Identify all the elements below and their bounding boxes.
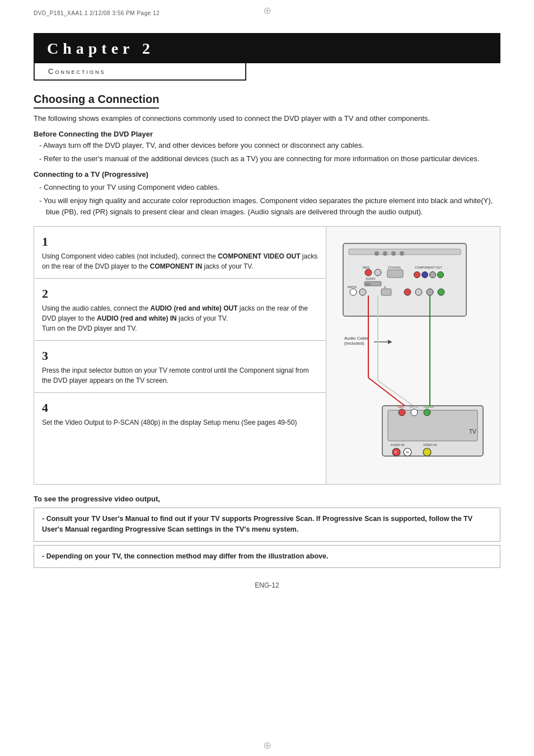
svg-text:RED: RED — [398, 405, 404, 408]
svg-marker-32 — [388, 340, 392, 344]
svg-point-27 — [427, 289, 433, 295]
svg-point-52 — [399, 409, 405, 416]
connection-diagram: RED AUDIO OUT COAXIAL COMPONENT OUT WHIT — [326, 227, 500, 484]
svg-text:TV: TV — [469, 429, 476, 435]
svg-text:Audio Cable: Audio Cable — [344, 336, 369, 341]
intro-text: The following shows examples of connecti… — [34, 113, 500, 124]
svg-text:AUDIO: AUDIO — [366, 277, 376, 280]
cross-top-mark: ⊕ — [263, 4, 271, 17]
svg-point-53 — [411, 409, 418, 416]
svg-text:W: W — [406, 450, 409, 454]
svg-point-17 — [430, 272, 436, 278]
svg-rect-24 — [381, 289, 391, 295]
tv-bullet-2: - You will enjoy high quality and accura… — [39, 195, 500, 217]
svg-text:WHITE: WHITE — [409, 405, 419, 408]
page: ⊕ ⊕ DVD_P181_XAA1.1 2/12/08 3:56 PM Page… — [0, 0, 534, 756]
step-3: 3 Press the input selector button on you… — [34, 341, 326, 393]
svg-text:R: R — [395, 450, 397, 454]
progressive-note-section: To see the progressive video output, - C… — [34, 495, 500, 568]
svg-point-8 — [374, 269, 381, 276]
svg-text:COAXIAL: COAXIAL — [388, 266, 401, 269]
svg-point-26 — [415, 289, 422, 295]
steps-list: 1 Using Component video cables (not incl… — [34, 227, 326, 484]
svg-point-5 — [400, 251, 404, 256]
before-bullet-2: - Refer to the user's manual of the addi… — [39, 153, 500, 165]
before-heading: Before Connecting the DVD Player — [34, 130, 500, 138]
svg-point-48 — [423, 448, 431, 456]
svg-line-36 — [378, 381, 413, 406]
svg-text:WHITE: WHITE — [348, 285, 357, 289]
svg-point-20 — [350, 289, 357, 295]
svg-point-54 — [424, 409, 430, 416]
svg-text:(Included): (Included) — [344, 341, 364, 346]
svg-point-21 — [359, 289, 366, 295]
svg-point-18 — [438, 272, 444, 278]
svg-point-25 — [404, 289, 411, 295]
step-1: 1 Using Component video cables (not incl… — [34, 227, 326, 279]
svg-rect-13 — [387, 270, 403, 278]
step-2-text: Using the audio cables, connect the AUDI… — [42, 303, 318, 334]
svg-rect-1 — [349, 249, 461, 255]
svg-point-15 — [414, 272, 420, 278]
cross-bottom-mark: ⊕ — [263, 739, 271, 752]
step-1-text: Using Component video cables (not includ… — [42, 251, 318, 271]
step-3-num: 3 — [42, 349, 318, 363]
step-4: 4 Set the Video Output to P-SCAN (480p) … — [34, 393, 326, 434]
svg-point-2 — [374, 251, 379, 256]
step-4-num: 4 — [42, 401, 318, 415]
before-bullet-1: - Always turn off the DVD player, TV, an… — [39, 140, 500, 151]
step-3-text: Press the input selector button on your … — [42, 365, 318, 386]
chapter-subtitle: Connections — [34, 63, 246, 81]
svg-text:RED: RED — [363, 266, 370, 269]
progressive-note-heading: To see the progressive video output, — [34, 495, 500, 503]
svg-point-3 — [383, 251, 387, 256]
tv-bullet-1: - Connecting to your TV using Component … — [39, 182, 500, 193]
connection-diagram-svg: RED AUDIO OUT COAXIAL COMPONENT OUT WHIT — [332, 232, 494, 478]
tv-heading: Connecting to a TV (Progressive) — [34, 170, 500, 179]
step-4-text: Set the Video Output to P-SCAN (480p) in… — [42, 417, 318, 428]
svg-point-4 — [391, 251, 396, 256]
svg-text:VIDEO IN: VIDEO IN — [423, 443, 437, 447]
progressive-note-2: - Depending on your TV, the connection m… — [34, 545, 500, 568]
section-title: Choosing a Connection — [34, 93, 159, 109]
note2-bold: - Depending on your TV, the connection m… — [42, 552, 328, 560]
progressive-note-1: - Consult your TV User's Manual to find … — [34, 508, 500, 542]
note1-bold: - Consult your TV User's Manual to find … — [42, 515, 472, 533]
svg-text:V: V — [384, 285, 386, 289]
chapter-title: Chapter 2 — [34, 33, 500, 63]
svg-point-16 — [422, 272, 428, 278]
page-number: ENG-12 — [34, 581, 500, 589]
step-2: 2 Using the audio cables, connect the AU… — [34, 279, 326, 341]
chapter-box: Chapter 2 Connections — [34, 33, 500, 81]
svg-line-34 — [368, 378, 405, 406]
svg-text:COMPONENT OUT: COMPONENT OUT — [415, 266, 442, 269]
svg-point-7 — [365, 269, 372, 276]
svg-text:AUDIO IN: AUDIO IN — [391, 443, 404, 447]
svg-text:OUT: OUT — [366, 283, 371, 286]
step-1-num: 1 — [42, 234, 318, 249]
svg-point-28 — [438, 289, 444, 295]
svg-text:GREEN: GREEN — [424, 405, 434, 408]
step-2-num: 2 — [42, 287, 318, 301]
steps-diagram-container: 1 Using Component video cables (not incl… — [34, 226, 500, 485]
